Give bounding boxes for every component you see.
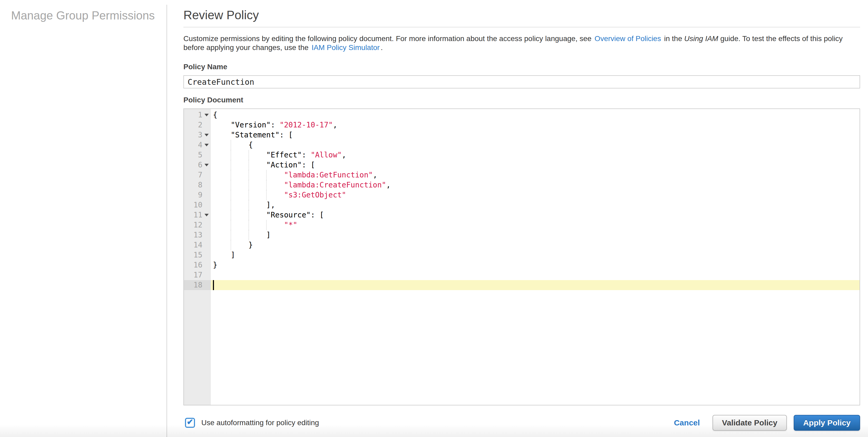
- code-line-11[interactable]: "Resource": [: [211, 210, 860, 220]
- code-line-17[interactable]: [211, 270, 860, 280]
- code-line-3[interactable]: "Statement": [: [211, 130, 860, 140]
- code-line-14[interactable]: }: [211, 240, 860, 250]
- gutter-line-6: 6: [184, 160, 211, 170]
- policy-document-label: Policy Document: [183, 96, 860, 104]
- code-line-5[interactable]: "Effect": "Allow",: [211, 150, 860, 160]
- fold-arrow-icon[interactable]: [205, 114, 209, 116]
- link-overview-of-policies[interactable]: Overview of Policies: [594, 34, 661, 43]
- gutter-line-12: 12: [184, 220, 211, 230]
- indent-guide: [248, 230, 249, 240]
- code-line-13[interactable]: ]: [211, 230, 860, 240]
- code-line-8[interactable]: "lambda:CreateFunction",: [211, 180, 860, 190]
- indent-guide: [248, 170, 249, 180]
- link-iam-policy-simulator[interactable]: IAM Policy Simulator: [312, 43, 380, 52]
- indent-guide: [230, 160, 231, 170]
- gutter-line-17: 17: [184, 270, 211, 280]
- gutter-line-8: 8: [184, 180, 211, 190]
- gutter-line-18: 18: [184, 280, 211, 290]
- cancel-button[interactable]: Cancel: [674, 418, 700, 427]
- gutter-line-2: 2: [184, 120, 211, 130]
- page-title: Review Policy: [183, 8, 860, 27]
- fold-arrow-icon[interactable]: [205, 144, 209, 146]
- code-line-1[interactable]: {: [211, 110, 860, 120]
- main-panel: Review Policy Customize permissions by e…: [183, 0, 860, 431]
- footer-bar: ✔ Use autoformatting for policy editing …: [183, 415, 860, 431]
- indent-guide: [266, 180, 267, 190]
- policy-name-input[interactable]: [183, 75, 860, 89]
- gutter-line-3: 3: [184, 130, 211, 140]
- apply-policy-button[interactable]: Apply Policy: [794, 415, 860, 431]
- fold-arrow-icon[interactable]: [205, 134, 209, 136]
- indent-guide: [230, 170, 231, 180]
- autoformat-checkbox[interactable]: ✔: [185, 418, 195, 428]
- indent-guide: [230, 200, 231, 210]
- description-text: Using IAM: [684, 34, 718, 43]
- indent-guide: [230, 180, 231, 190]
- indent-guide: [248, 160, 249, 170]
- indent-guide: [266, 170, 267, 180]
- indent-guide: [248, 200, 249, 210]
- editor-gutter: 123456789101112131415161718: [184, 109, 211, 405]
- indent-guide: [248, 190, 249, 200]
- gutter-line-10: 10: [184, 200, 211, 210]
- indent-guide: [230, 230, 231, 240]
- gutter-line-11: 11: [184, 210, 211, 220]
- description-text: before applying your changes, use the: [183, 43, 311, 52]
- code-line-15[interactable]: ]: [211, 250, 860, 260]
- wizard-step-title: Manage Group Permissions: [11, 9, 155, 22]
- code-line-9[interactable]: "s3:GetObject": [211, 190, 860, 200]
- description-text: Customize permissions by editing the fol…: [183, 34, 593, 43]
- code-line-2[interactable]: "Version": "2012-10-17",: [211, 120, 860, 130]
- description-text: .: [381, 43, 383, 52]
- code-line-7[interactable]: "lambda:GetFunction",: [211, 170, 860, 180]
- code-line-10[interactable]: ],: [211, 200, 860, 210]
- policy-editor[interactable]: 123456789101112131415161718 { "Version":…: [183, 108, 860, 405]
- indent-guide: [266, 190, 267, 200]
- code-line-6[interactable]: "Action": [: [211, 160, 860, 170]
- text-cursor: [213, 280, 214, 290]
- indent-guide: [230, 140, 231, 150]
- code-line-16[interactable]: }: [211, 260, 860, 270]
- description: Customize permissions by editing the fol…: [183, 34, 860, 52]
- action-buttons: Cancel Validate Policy Apply Policy: [674, 415, 860, 431]
- autoformat-label: Use autoformatting for policy editing: [201, 418, 319, 427]
- policy-name-label: Policy Name: [183, 63, 860, 71]
- code-line-12[interactable]: "*": [211, 220, 860, 230]
- indent-guide: [248, 220, 249, 230]
- indent-guide: [230, 150, 231, 160]
- validate-policy-button[interactable]: Validate Policy: [713, 415, 787, 431]
- gutter-line-14: 14: [184, 240, 211, 250]
- description-text: in the: [662, 34, 684, 43]
- indent-guide: [230, 240, 231, 250]
- gutter-line-4: 4: [184, 140, 211, 150]
- page: Manage Group Permissions Review Policy C…: [0, 0, 868, 437]
- indent-guide: [230, 220, 231, 230]
- gutter-line-7: 7: [184, 170, 211, 180]
- gutter-line-5: 5: [184, 150, 211, 160]
- indent-guide: [230, 190, 231, 200]
- gutter-line-9: 9: [184, 190, 211, 200]
- code-line-18[interactable]: [211, 280, 860, 290]
- indent-guide: [248, 150, 249, 160]
- indent-guide: [266, 220, 267, 230]
- editor-code[interactable]: { "Version": "2012-10-17", "Statement": …: [211, 109, 860, 405]
- vertical-divider: [166, 5, 167, 437]
- checkmark-icon: ✔: [187, 418, 193, 426]
- fold-arrow-icon[interactable]: [205, 214, 209, 216]
- description-text: guide. To test the effects of this polic…: [718, 34, 843, 43]
- gutter-line-1: 1: [184, 110, 211, 120]
- gutter-line-16: 16: [184, 260, 211, 270]
- indent-guide: [230, 210, 231, 220]
- indent-guide: [248, 210, 249, 220]
- gutter-line-15: 15: [184, 250, 211, 260]
- code-line-4[interactable]: {: [211, 140, 860, 150]
- indent-guide: [248, 180, 249, 190]
- autoformat-option: ✔ Use autoformatting for policy editing: [185, 418, 319, 428]
- gutter-line-13: 13: [184, 230, 211, 240]
- fold-arrow-icon[interactable]: [205, 164, 209, 166]
